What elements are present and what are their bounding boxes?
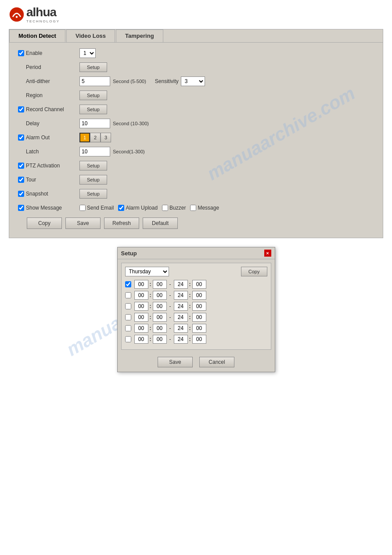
- logo-sub: TECHNOLOGY: [26, 19, 60, 23]
- default-button[interactable]: Default: [143, 218, 178, 229]
- to-hour-4[interactable]: [174, 324, 188, 333]
- tab-video-loss[interactable]: Video Loss: [66, 29, 115, 42]
- latch-input[interactable]: [79, 147, 110, 156]
- to-min-2[interactable]: [192, 302, 206, 311]
- to-min-0[interactable]: [192, 280, 206, 289]
- from-hour-4[interactable]: [134, 324, 148, 333]
- from-hour-1[interactable]: [134, 291, 148, 300]
- ptz-checkbox[interactable]: [18, 163, 24, 169]
- to-hour-2[interactable]: [174, 302, 188, 311]
- content-area: Enable 1 Period Setup Anti-dither: [9, 43, 383, 238]
- dialog-cancel-button[interactable]: Cancel: [199, 357, 234, 367]
- alarm-out-row: Alarm Out 1 2 3: [18, 132, 374, 143]
- from-hour-0[interactable]: [134, 280, 148, 289]
- period-setup-button[interactable]: Setup: [79, 62, 107, 72]
- alarm-out-checkbox[interactable]: [18, 134, 24, 141]
- snapshot-setup-button[interactable]: Setup: [79, 189, 107, 199]
- time-checkbox-2[interactable]: [125, 303, 131, 309]
- message-checkbox[interactable]: [190, 205, 196, 211]
- from-min-5[interactable]: [153, 335, 167, 344]
- send-email-checkbox[interactable]: [79, 205, 86, 211]
- anti-dither-row: Anti-dither Second (5-500) Sensitivity 3…: [18, 76, 374, 87]
- latch-row: Latch Second(1-300): [18, 146, 374, 157]
- snapshot-row: Snapshot Setup: [18, 189, 374, 199]
- show-message-checkbox[interactable]: [18, 205, 24, 211]
- dialog-overlay: Setup × Thursday Sunday Monday Tuesday W…: [0, 247, 392, 372]
- logo-area: alhua TECHNOLOGY: [0, 0, 392, 27]
- tab-tampering[interactable]: Tampering: [116, 29, 163, 42]
- ptz-label: PTZ Activation: [26, 163, 60, 169]
- latch-label: Latch: [26, 149, 39, 155]
- dialog-save-button[interactable]: Save: [158, 357, 193, 367]
- time-row-5: : - :: [125, 335, 267, 344]
- region-setup-button[interactable]: Setup: [79, 91, 107, 100]
- show-message-label: Show Message: [26, 205, 62, 211]
- tour-setup-button[interactable]: Setup: [79, 175, 107, 185]
- to-hour-0[interactable]: [174, 280, 188, 289]
- to-min-3[interactable]: [192, 313, 206, 322]
- to-hour-5[interactable]: [174, 335, 188, 344]
- day-select[interactable]: Thursday Sunday Monday Tuesday Wednesday…: [125, 267, 169, 276]
- show-message-options: Send Email Alarm Upload Buzzer Message: [79, 205, 219, 211]
- ptz-setup-button[interactable]: Setup: [79, 161, 107, 170]
- anti-dither-input[interactable]: [79, 76, 110, 86]
- alarm-btn-3[interactable]: 3: [101, 133, 111, 142]
- time-row-0: : - :: [125, 280, 267, 289]
- tour-checkbox[interactable]: [18, 177, 24, 183]
- alarm-btn-2[interactable]: 2: [90, 133, 101, 142]
- delay-input[interactable]: [79, 119, 110, 128]
- time-checkbox-1[interactable]: [125, 292, 131, 298]
- record-channel-row: Record Channel Setup: [18, 104, 374, 115]
- time-checkbox-5[interactable]: [125, 336, 131, 342]
- alarm-upload-checkbox[interactable]: [118, 205, 124, 211]
- from-hour-2[interactable]: [134, 302, 148, 311]
- region-label-col: Region: [18, 92, 79, 98]
- to-hour-1[interactable]: [174, 291, 188, 300]
- from-min-2[interactable]: [153, 302, 167, 311]
- period-row: Period Setup: [18, 62, 374, 73]
- record-channel-setup-button[interactable]: Setup: [79, 105, 107, 114]
- buzzer-checkbox[interactable]: [162, 205, 168, 211]
- from-hour-5[interactable]: [134, 335, 148, 344]
- svg-point-0: [10, 7, 24, 21]
- anti-dither-hint: Second (5-500): [113, 79, 146, 84]
- record-channel-label-col: Record Channel: [18, 106, 79, 112]
- from-min-3[interactable]: [153, 313, 167, 322]
- tab-motion-detect[interactable]: Motion Detect: [9, 29, 65, 42]
- region-label: Region: [26, 92, 43, 98]
- to-min-5[interactable]: [192, 335, 206, 344]
- from-min-4[interactable]: [153, 324, 167, 333]
- alarm-btn-1[interactable]: 1: [79, 133, 90, 142]
- to-min-1[interactable]: [192, 291, 206, 300]
- message-label: Message: [190, 205, 219, 211]
- from-min-1[interactable]: [153, 291, 167, 300]
- alarm-upload-label: Alarm Upload: [118, 205, 158, 211]
- from-hour-3[interactable]: [134, 313, 148, 322]
- dialog-close-button[interactable]: ×: [264, 250, 271, 257]
- enable-select[interactable]: 1: [79, 48, 96, 58]
- snapshot-checkbox[interactable]: [18, 191, 24, 197]
- buzzer-label: Buzzer: [162, 205, 186, 211]
- bottom-buttons: Copy Save Refresh Default: [18, 218, 374, 233]
- record-channel-checkbox[interactable]: [18, 106, 24, 112]
- sensitivity-select[interactable]: 312456: [181, 76, 205, 86]
- time-checkbox-3[interactable]: [125, 314, 131, 320]
- time-checkbox-0[interactable]: [125, 281, 131, 287]
- ptz-row: PTZ Activation Setup: [18, 160, 374, 171]
- refresh-button[interactable]: Refresh: [104, 218, 139, 229]
- to-hour-3[interactable]: [174, 313, 188, 322]
- logo: alhua TECHNOLOGY: [9, 5, 383, 23]
- to-min-4[interactable]: [192, 324, 206, 333]
- latch-hint: Second(1-300): [113, 149, 145, 154]
- time-row-3: : - :: [125, 313, 267, 322]
- dialog-copy-button[interactable]: Copy: [241, 267, 267, 276]
- day-select-row: Thursday Sunday Monday Tuesday Wednesday…: [125, 267, 267, 276]
- from-min-0[interactable]: [153, 280, 167, 289]
- sensitivity-label: Sensitivity: [155, 78, 179, 84]
- copy-button[interactable]: Copy: [27, 218, 62, 229]
- time-checkbox-4[interactable]: [125, 325, 131, 331]
- enable-checkbox[interactable]: [18, 50, 24, 56]
- alarm-out-label-col: Alarm Out: [18, 134, 79, 141]
- save-button[interactable]: Save: [65, 218, 101, 229]
- time-row-4: : - :: [125, 324, 267, 333]
